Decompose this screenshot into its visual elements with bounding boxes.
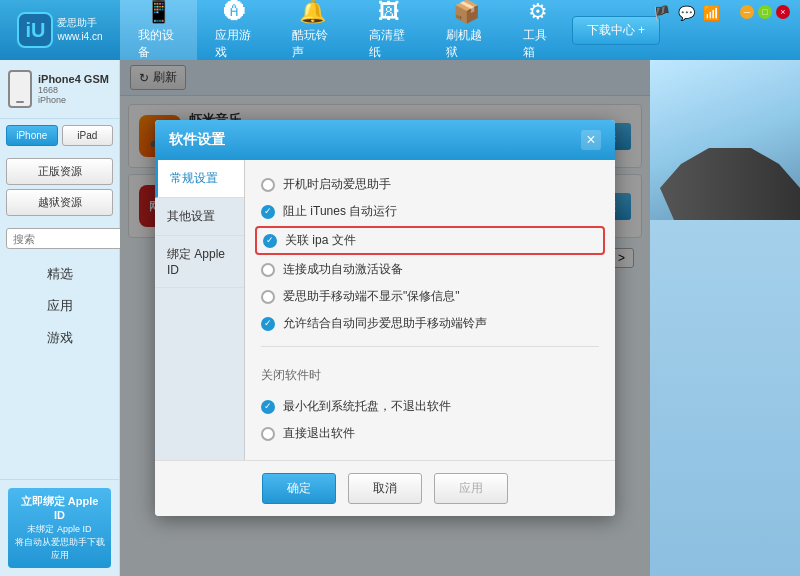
modal-title: 软件设置 [169,131,225,149]
jailbreak-icon: 📦 [453,0,480,25]
jailbreak-resources-btn[interactable]: 越狱资源 [6,189,113,216]
radio-repair[interactable] [261,290,275,304]
modal-sidebar-general[interactable]: 常规设置 [155,160,244,198]
logo-area: iU 爱思助手 www.i4.cn [0,0,120,60]
modal-sidebar-appleid[interactable]: 绑定 Apple ID [155,236,244,288]
checkbox-ipa[interactable] [263,234,277,248]
modal-options: 开机时启动爱思助手 阻止 iTunes 自动运行 关联 ipa 文件 [245,160,615,460]
official-resources-btn[interactable]: 正版资源 [6,158,113,185]
wifi-icon: 📶 [703,5,720,21]
settings-modal: 软件设置 × 常规设置 其他设置 绑定 Apple ID 开机时启动爱思助手 [155,120,615,516]
tab-ringtones[interactable]: 🔔 酷玩铃声 [274,0,351,60]
modal-overlay: 软件设置 × 常规设置 其他设置 绑定 Apple ID 开机时启动爱思助手 [120,60,650,576]
device-type-buttons: iPhone iPad [0,119,119,152]
maximize-button[interactable]: □ [758,5,772,19]
sidebar-footer: 立即绑定 Apple ID 未绑定 Apple ID 将自动从爱思助手下载应用 [0,479,119,576]
option-row: 最小化到系统托盘，不退出软件 [261,398,599,415]
option-row: 允许结合自动同步爱思助手移动端铃声 [261,315,599,332]
nav-tabs: 📱 我的设备 🅐 应用游戏 🔔 酷玩铃声 🖼 高清壁纸 📦 刷机越狱 ⚙ 工具箱 [120,0,572,60]
option-row: 开机时启动爱思助手 [261,176,599,193]
search-area: 搜 [0,222,119,255]
cancel-button[interactable]: 取消 [348,473,422,504]
ipad-btn[interactable]: iPad [62,125,114,146]
image-icon: 🖼 [378,0,400,25]
radio-activate[interactable] [261,263,275,277]
right-sidebar [650,60,800,576]
radio-exit[interactable] [261,427,275,441]
apps-icon: 🅐 [224,0,246,25]
sidebar-item-featured[interactable]: 精选 [4,259,115,289]
modal-header: 软件设置 × [155,120,615,160]
checkbox-sync[interactable] [261,317,275,331]
left-sidebar: iPhone4 GSM 1668 iPhone iPhone iPad 正版资源… [0,60,120,576]
car-banner [650,60,800,220]
iphone-btn[interactable]: iPhone [6,125,58,146]
option-row: 直接退出软件 [261,425,599,442]
modal-footer: 确定 取消 应用 [155,460,615,516]
tab-wallpapers[interactable]: 🖼 高清壁纸 [351,0,428,60]
sidebar-item-games[interactable]: 游戏 [4,323,115,353]
option-row: 爱思助手移动端不显示"保修信息" [261,288,599,305]
sidebar-item-apps[interactable]: 应用 [4,291,115,321]
apply-button[interactable]: 应用 [434,473,508,504]
modal-sidebar-other[interactable]: 其他设置 [155,198,244,236]
radio-startup[interactable] [261,178,275,192]
apple-id-promo[interactable]: 立即绑定 Apple ID 未绑定 Apple ID 将自动从爱思助手下载应用 [8,488,111,568]
tab-toolbox[interactable]: ⚙ 工具箱 [505,0,572,60]
flag-icon: 🏴 [653,5,670,21]
minimize-button[interactable]: ─ [740,5,754,19]
window-controls: ─ □ × [740,5,790,19]
confirm-button[interactable]: 确定 [262,473,336,504]
tab-app-games[interactable]: 🅐 应用游戏 [197,0,274,60]
gear-icon: ⚙ [528,0,548,25]
download-center-button[interactable]: 下载中心 + [572,16,660,45]
option-row: 连接成功自动激活设备 [261,261,599,278]
device-icon: 📱 [145,0,172,25]
phone-icon [8,70,32,108]
tab-my-device[interactable]: 📱 我的设备 [120,0,197,60]
device-info: iPhone4 GSM 1668 iPhone [0,60,119,119]
content-area: ↻ 刷新 🎵 虾米音乐 5617万次 7.9.7 80.64MB 听音乐，找酷狗… [120,60,650,576]
modal-sidebar: 常规设置 其他设置 绑定 Apple ID [155,160,245,460]
top-icons: 🏴 💬 📶 [653,5,720,21]
option-row: 阻止 iTunes 自动运行 [261,203,599,220]
sidebar-nav: 精选 应用 游戏 [0,255,119,357]
checkbox-itunes[interactable] [261,205,275,219]
bell-icon: 🔔 [299,0,326,25]
close-button[interactable]: × [776,5,790,19]
logo-text: 爱思助手 www.i4.cn [57,16,102,44]
header: iU 爱思助手 www.i4.cn 📱 我的设备 🅐 应用游戏 🔔 酷玩铃声 🖼… [0,0,800,60]
divider [261,346,599,347]
option-row-highlighted: 关联 ipa 文件 [255,226,605,255]
app-logo-icon: iU [17,12,53,48]
device-text: iPhone4 GSM 1668 iPhone [38,73,109,105]
tab-jailbreak[interactable]: 📦 刷机越狱 [428,0,505,60]
checkbox-minimize[interactable] [261,400,275,414]
sidebar-action-buttons: 正版资源 越狱资源 [0,152,119,222]
main-area: iPhone4 GSM 1668 iPhone iPhone iPad 正版资源… [0,60,800,576]
chat-icon: 💬 [678,5,695,21]
modal-close-button[interactable]: × [581,130,601,150]
modal-body: 常规设置 其他设置 绑定 Apple ID 开机时启动爱思助手 [155,160,615,460]
section-close-label: 关闭软件时 [261,367,599,384]
